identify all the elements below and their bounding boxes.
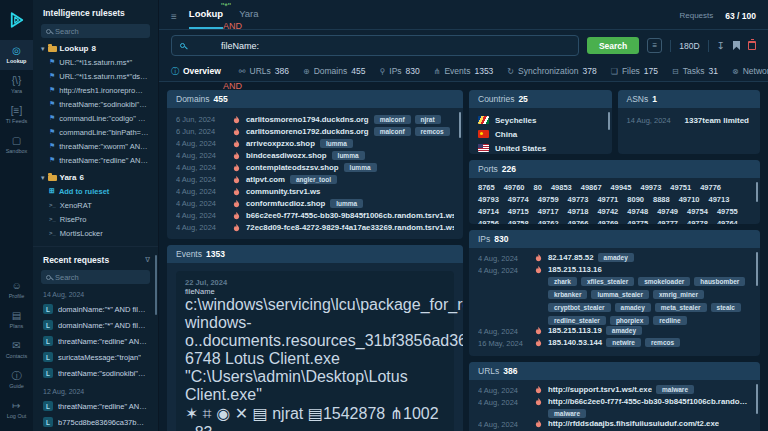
- port-value[interactable]: 49714: [478, 207, 499, 216]
- port-value[interactable]: 49776: [700, 183, 721, 192]
- domain-row[interactable]: 4 Aug, 2024 conformfucdioz.shop lumma: [176, 197, 454, 209]
- domain-row[interactable]: 4 Aug, 2024 arriveoxpzxo.shop lumma: [176, 137, 454, 149]
- sidebar-nav-item[interactable]: Profile: [0, 275, 33, 305]
- domain-name[interactable]: community.tsrv1.ws: [246, 187, 320, 196]
- url-text[interactable]: http://support.tsrv1.ws/t.exe: [548, 385, 652, 394]
- result-tab[interactable]: URLs 386: [239, 66, 289, 76]
- malware-tag[interactable]: cryptbot_stealer: [548, 303, 611, 312]
- yara-rule-item[interactable]: >_ XenoRAT: [33, 198, 158, 212]
- result-tab[interactable]: IPs 830: [379, 66, 419, 76]
- result-tab[interactable]: Tasks 31: [672, 66, 718, 76]
- ip-address[interactable]: 82.147.85.52: [548, 253, 594, 262]
- domain-row[interactable]: 4 Aug, 2024 atlpvt.com angler_tool: [176, 173, 454, 185]
- port-value[interactable]: 49715: [508, 207, 529, 216]
- port-value[interactable]: 49749: [657, 207, 678, 216]
- report-icon[interactable]: ▤: [253, 405, 268, 422]
- ruleset-item[interactable]: ⚑ http://fresh1.ironorepro…: [33, 83, 158, 97]
- query-input[interactable]: domainName: "*" AND fileName: ".doc" AND…: [171, 35, 579, 56]
- ruleset-item[interactable]: ⚑ commandLine:"codigo" …: [33, 111, 158, 125]
- recent-request-item[interactable]: L threatName:"redline" AN…: [33, 398, 158, 414]
- malware-tag[interactable]: hausbomber: [694, 277, 745, 286]
- panel-scrollbar[interactable]: [756, 384, 758, 414]
- malware-tag[interactable]: lumma: [344, 163, 377, 172]
- malware-tag[interactable]: meta_stealer: [655, 303, 707, 312]
- sidebar-nav-item[interactable]: Plans: [0, 305, 33, 335]
- port-value[interactable]: 49853: [551, 183, 572, 192]
- port-value[interactable]: 8090: [627, 195, 644, 204]
- malware-tag[interactable]: krbanker: [548, 290, 587, 299]
- port-value[interactable]: 49777: [657, 219, 678, 224]
- sidebar-nav-item[interactable]: Contacts: [0, 335, 33, 365]
- country-row[interactable]: United States: [478, 141, 603, 154]
- port-value[interactable]: 49771: [597, 195, 618, 204]
- domain-name[interactable]: contemplateodszsv.shop: [246, 163, 339, 172]
- port-value[interactable]: 49764: [717, 219, 738, 224]
- panel-scrollbar[interactable]: [756, 182, 758, 202]
- port-value[interactable]: 49713: [709, 195, 730, 204]
- trash-icon[interactable]: [748, 41, 756, 50]
- ip-row[interactable]: 16 May, 2024 185.140.53.144 netwireremco…: [478, 338, 751, 349]
- recent-request-item[interactable]: L suricataMessage:"trojan": [33, 349, 158, 365]
- search-button[interactable]: Search: [587, 37, 639, 54]
- sidebar-nav-item[interactable]: Log Out: [0, 395, 33, 425]
- panel-scrollbar[interactable]: [459, 112, 461, 138]
- ruleset-item[interactable]: ⚑ commandLine:"binPath=…: [33, 125, 158, 139]
- ip-row[interactable]: 4 Aug, 2024 185.215.113.16 zharkxfiles_s…: [478, 265, 751, 325]
- domain-name[interactable]: b66c2ee0-f77f-455c-bb30-9b845f1006cb.ran…: [246, 211, 454, 220]
- ip-address[interactable]: 185.140.53.144: [548, 338, 602, 347]
- malware-tag[interactable]: xmrig_miner: [653, 290, 704, 299]
- domain-row[interactable]: 6 Jun, 2024 carlitosmoreno1792.duckdns.o…: [176, 125, 454, 137]
- port-value[interactable]: 49762: [538, 219, 559, 224]
- malware-tag[interactable]: malware: [548, 409, 586, 418]
- malware-tag[interactable]: lumma_stealer: [591, 290, 649, 299]
- domain-name[interactable]: 72ec8d09-fce8-4272-9829-f4a17ae33269.ran…: [246, 223, 454, 232]
- ruleset-item[interactable]: ⚑ threatName:"sodinokibi"…: [33, 97, 158, 111]
- port-value[interactable]: 49759: [538, 195, 559, 204]
- malware-tag[interactable]: lumma: [320, 139, 353, 148]
- result-tab[interactable]: Domains 455: [303, 66, 365, 76]
- malware-tag[interactable]: smokeloader: [638, 277, 690, 286]
- yara-rule-item[interactable]: >_ MortisLocker: [33, 226, 158, 240]
- port-value[interactable]: 49945: [611, 183, 632, 192]
- malware-tag[interactable]: amadey: [606, 326, 642, 335]
- download-icon[interactable]: ↧: [717, 41, 725, 51]
- result-tab[interactable]: Network threats 6: [732, 66, 768, 76]
- port-value[interactable]: 49778: [687, 219, 708, 224]
- sidebar-nav-item[interactable]: Lookup: [0, 40, 33, 70]
- bookmark-icon[interactable]: [733, 41, 740, 50]
- panel-scrollbar[interactable]: [608, 112, 610, 130]
- panel-scrollbar[interactable]: [756, 252, 758, 286]
- port-value[interactable]: 49867: [581, 183, 602, 192]
- sidebar-nav-item[interactable]: TI Feeds: [0, 100, 33, 130]
- recent-request-item[interactable]: L threatName:"sodinokibi"…: [33, 365, 158, 381]
- port-value[interactable]: 49774: [508, 195, 529, 204]
- sidebar-nav-item[interactable]: Guide: [0, 365, 33, 395]
- event-card[interactable]: 22 Jul, 2024 fileName c:\windows\servici…: [176, 271, 454, 431]
- malware-tag[interactable]: angler_tool: [290, 175, 337, 184]
- domain-name[interactable]: arriveoxpzxo.shop: [246, 139, 315, 148]
- domain-row[interactable]: 4 Aug, 2024 community.tsrv1.ws: [176, 185, 454, 197]
- port-value[interactable]: 80: [534, 183, 542, 192]
- favorite-icon[interactable]: ✶: [185, 405, 198, 422]
- url-row[interactable]: 4 Aug, 2024 ◷ http://rfddsdaajbs.fihsifu…: [478, 419, 751, 431]
- port-value[interactable]: 49973: [640, 183, 661, 192]
- port-value[interactable]: 49773: [568, 195, 589, 204]
- domain-row[interactable]: 6 Jun, 2024 carlitosmoreno1794.duckdns.o…: [176, 113, 454, 125]
- malware-tag[interactable]: xfiles_stealer: [581, 277, 634, 286]
- port-value[interactable]: 49755: [717, 207, 738, 216]
- rulesets-search[interactable]: [41, 24, 150, 38]
- recent-search-input[interactable]: [55, 273, 145, 282]
- recent-request-item[interactable]: L threatName:"redline" AN…: [33, 333, 158, 349]
- malware-tag[interactable]: remcos: [415, 127, 450, 136]
- malware-tag[interactable]: redline: [653, 316, 686, 325]
- result-tab[interactable]: Files 175: [611, 66, 658, 76]
- port-value[interactable]: 49758: [508, 219, 529, 224]
- port-value[interactable]: 8765: [478, 183, 495, 192]
- tools-icon[interactable]: ✕: [235, 405, 248, 422]
- country-row[interactable]: China: [478, 127, 603, 141]
- sidebar-nav-item[interactable]: Sandbox: [0, 130, 33, 160]
- ruleset-item[interactable]: ⚑ threatName:"redline" AN…: [33, 153, 158, 167]
- port-value[interactable]: 49742: [597, 207, 618, 216]
- url-row[interactable]: 4 Aug, 2024 ◷ http://b66c2ee0-f77f-455c-…: [478, 397, 751, 418]
- port-value[interactable]: 49754: [687, 207, 708, 216]
